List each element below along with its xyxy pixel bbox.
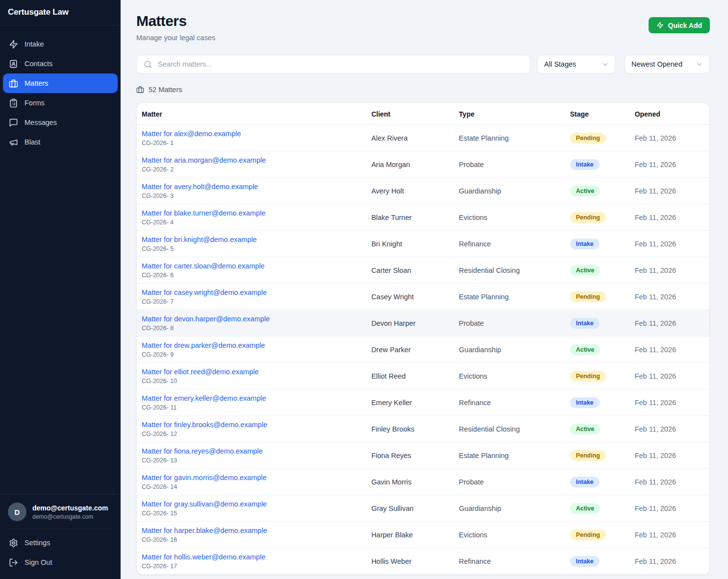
table-row[interactable]: Matter for casey.wright@demo.example CG-… <box>137 284 709 310</box>
sidebar-item-label: Blast <box>25 138 40 146</box>
table-row[interactable]: Matter for carter.sloan@demo.example CG-… <box>137 257 709 284</box>
stage-badge: Pending <box>570 291 606 302</box>
opened-cell: Feb 11, 2026 <box>630 151 709 178</box>
type-cell: Residential Closing <box>454 257 565 284</box>
stage-badge: Active <box>570 503 601 514</box>
stage-badge: Pending <box>570 133 606 144</box>
type-cell: Probate <box>454 310 565 337</box>
opened-cell: Feb 11, 2026 <box>630 337 709 363</box>
stage-badge: Intake <box>570 477 600 487</box>
table-row[interactable]: Matter for emery.keller@demo.example CG-… <box>137 389 709 416</box>
sign-out-button[interactable]: Sign Out <box>3 553 118 572</box>
matter-link[interactable]: Matter for drew.parker@demo.example <box>142 341 265 349</box>
client-cell: Hollis Weber <box>366 548 454 575</box>
brand-title: Certusgate Law <box>0 0 121 25</box>
matter-case-id: CG-2026- 11 <box>142 404 361 411</box>
type-cell: Estate Planning <box>454 442 565 469</box>
table-row[interactable]: Matter for bri.knight@demo.example CG-20… <box>137 231 709 257</box>
sidebar-item-forms[interactable]: Forms <box>3 93 118 113</box>
table-row[interactable]: Matter for alex@demo.example CG-2026- 1 … <box>137 125 709 151</box>
stage-badge: Active <box>570 265 601 276</box>
matters-table-card: Matter Client Type Stage Opened Matter f… <box>136 102 710 575</box>
matter-link[interactable]: Matter for bri.knight@demo.example <box>142 236 257 243</box>
opened-cell: Feb 11, 2026 <box>630 389 709 416</box>
stage-filter-select[interactable]: All Stages <box>537 55 616 73</box>
client-cell: Alex Rivera <box>366 125 454 151</box>
quick-add-button[interactable]: Quick Add <box>649 17 710 33</box>
briefcase-icon <box>136 86 144 94</box>
sort-filter-select[interactable]: Newest Opened <box>625 55 710 73</box>
matter-case-id: CG-2026- 3 <box>142 193 361 199</box>
matter-link[interactable]: Matter for casey.wright@demo.example <box>142 289 267 296</box>
matter-case-id: CG-2026- 7 <box>142 298 361 305</box>
client-cell: Carter Sloan <box>366 257 454 284</box>
matter-case-id: CG-2026- 8 <box>142 325 361 332</box>
matter-link[interactable]: Matter for hollis.weber@demo.example <box>142 553 265 561</box>
matter-case-id: CG-2026- 10 <box>142 378 361 385</box>
table-row[interactable]: Matter for blake.turner@demo.example CG-… <box>137 204 709 231</box>
matter-link[interactable]: Matter for finley.brooks@demo.example <box>142 421 267 429</box>
sidebar-item-matters[interactable]: Matters <box>3 73 118 93</box>
sidebar-item-blast[interactable]: Blast <box>3 132 118 152</box>
type-cell: Evictions <box>454 363 565 389</box>
stage-badge: Active <box>570 424 601 434</box>
opened-cell: Feb 11, 2026 <box>630 363 709 389</box>
matter-link[interactable]: Matter for aria.morgan@demo.example <box>142 156 266 164</box>
page-title: Matters <box>136 13 215 29</box>
client-cell: Casey Wright <box>366 284 454 310</box>
table-row[interactable]: Matter for hollis.weber@demo.example CG-… <box>137 548 709 575</box>
main-content: Matters Manage your legal cases Quick Ad… <box>121 0 728 579</box>
client-cell: Avery Holt <box>366 178 454 204</box>
matter-link[interactable]: Matter for alex@demo.example <box>142 130 241 138</box>
table-row[interactable]: Matter for finley.brooks@demo.example CG… <box>137 416 709 442</box>
table-row[interactable]: Matter for fiona.reyes@demo.example CG-2… <box>137 442 709 469</box>
table-row[interactable]: Matter for devon.harper@demo.example CG-… <box>137 310 709 337</box>
settings-button[interactable]: Settings <box>3 533 118 553</box>
sidebar-item-messages[interactable]: Messages <box>3 113 118 132</box>
sidebar-item-contacts[interactable]: Contacts <box>3 54 118 73</box>
table-row[interactable]: Matter for elliot.reed@demo.example CG-2… <box>137 363 709 389</box>
matter-link[interactable]: Matter for elliot.reed@demo.example <box>142 368 259 376</box>
matter-link[interactable]: Matter for gray.sullivan@demo.example <box>142 500 267 508</box>
matter-case-id: CG-2026- 9 <box>142 351 361 358</box>
matter-link[interactable]: Matter for gavin.morris@demo.example <box>142 474 267 482</box>
opened-cell: Feb 11, 2026 <box>630 522 709 548</box>
filters-row: All Stages Newest Opened <box>136 55 710 73</box>
stage-badge: Intake <box>570 556 600 567</box>
matter-case-id: CG-2026- 6 <box>142 272 361 279</box>
type-cell: Probate <box>454 151 565 178</box>
matter-case-id: CG-2026- 12 <box>142 431 361 437</box>
sidebar-item-label: Forms <box>25 99 45 107</box>
search-input[interactable] <box>152 55 530 73</box>
page-header: Matters Manage your legal cases Quick Ad… <box>136 13 710 42</box>
opened-cell: Feb 11, 2026 <box>630 416 709 442</box>
table-row[interactable]: Matter for aria.morgan@demo.example CG-2… <box>137 151 709 178</box>
matter-case-id: CG-2026- 15 <box>142 510 361 517</box>
chevron-down-icon <box>602 61 609 68</box>
type-cell: Probate <box>454 469 565 495</box>
table-row[interactable]: Matter for avery.holt@demo.example CG-20… <box>137 178 709 204</box>
client-cell: Blake Turner <box>366 204 454 231</box>
sidebar-item-intake[interactable]: Intake <box>3 34 118 54</box>
opened-cell: Feb 11, 2026 <box>630 178 709 204</box>
opened-cell: Feb 11, 2026 <box>630 548 709 575</box>
matter-link[interactable]: Matter for emery.keller@demo.example <box>142 394 266 402</box>
column-header-client: Client <box>366 103 454 125</box>
table-row[interactable]: Matter for drew.parker@demo.example CG-2… <box>137 337 709 363</box>
matter-link[interactable]: Matter for carter.sloan@demo.example <box>142 262 265 270</box>
table-row[interactable]: Matter for harper.blake@demo.example CG-… <box>137 522 709 548</box>
opened-cell: Feb 11, 2026 <box>630 469 709 495</box>
sidebar-item-label: Contacts <box>25 60 52 68</box>
matter-link[interactable]: Matter for devon.harper@demo.example <box>142 315 270 323</box>
avatar: D <box>8 503 26 521</box>
matter-link[interactable]: Matter for avery.holt@demo.example <box>142 183 258 191</box>
table-row[interactable]: Matter for gavin.morris@demo.example CG-… <box>137 469 709 495</box>
type-cell: Guardianship <box>454 337 565 363</box>
table-row[interactable]: Matter for gray.sullivan@demo.example CG… <box>137 495 709 522</box>
client-cell: Elliot Reed <box>366 363 454 389</box>
matter-link[interactable]: Matter for blake.turner@demo.example <box>142 209 265 217</box>
matter-case-id: CG-2026- 5 <box>142 245 361 252</box>
matter-link[interactable]: Matter for harper.blake@demo.example <box>142 527 267 534</box>
matter-link[interactable]: Matter for fiona.reyes@demo.example <box>142 447 263 455</box>
matters-table-body: Matter for alex@demo.example CG-2026- 1 … <box>137 125 709 575</box>
